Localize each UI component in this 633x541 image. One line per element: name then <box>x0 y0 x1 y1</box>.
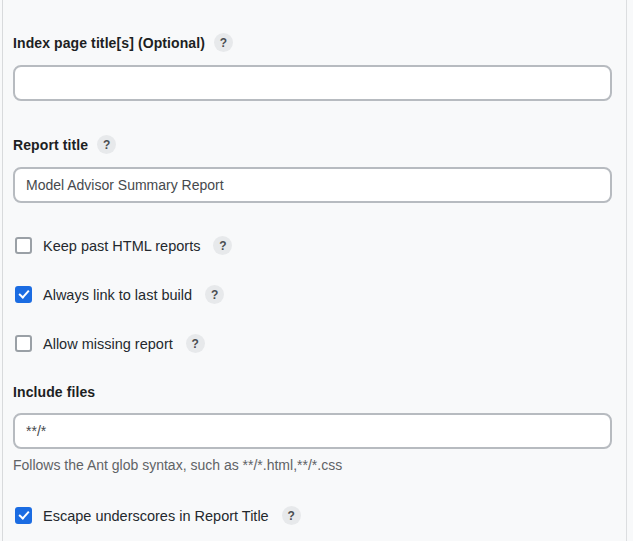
allow-missing-report-checkbox[interactable] <box>15 335 32 352</box>
index-page-titles-label: Index page title[s] (Optional) <box>13 35 205 51</box>
report-title-label-row: Report title ? <box>13 135 612 154</box>
index-page-titles-input[interactable] <box>13 65 612 101</box>
help-icon[interactable]: ? <box>214 33 233 52</box>
always-link-to-last-build-row: Always link to last build ? <box>15 285 612 304</box>
help-icon[interactable]: ? <box>97 135 116 154</box>
escape-underscores-row: Escape underscores in Report Title ? <box>15 506 612 525</box>
keep-past-html-reports-checkbox[interactable] <box>15 237 32 254</box>
keep-past-html-reports-label[interactable]: Keep past HTML reports <box>43 238 200 254</box>
keep-past-html-reports-row: Keep past HTML reports ? <box>15 236 612 255</box>
report-title-input[interactable] <box>13 167 612 203</box>
help-icon[interactable]: ? <box>186 334 205 353</box>
escape-underscores-label[interactable]: Escape underscores in Report Title <box>43 508 269 524</box>
include-files-label-row: Include files <box>13 384 612 400</box>
include-files-input[interactable] <box>13 413 612 449</box>
index-page-titles-label-row: Index page title[s] (Optional) ? <box>13 33 612 52</box>
config-form-panel: Index page title[s] (Optional) ? Report … <box>2 0 627 541</box>
allow-missing-report-row: Allow missing report ? <box>15 334 612 353</box>
help-icon[interactable]: ? <box>205 285 224 304</box>
always-link-to-last-build-label[interactable]: Always link to last build <box>43 287 192 303</box>
escape-underscores-checkbox[interactable] <box>15 507 32 524</box>
include-files-description: Follows the Ant glob syntax, such as **/… <box>13 457 612 473</box>
help-icon[interactable]: ? <box>213 236 232 255</box>
always-link-to-last-build-checkbox[interactable] <box>15 286 32 303</box>
help-icon[interactable]: ? <box>282 506 301 525</box>
report-title-label: Report title <box>13 137 88 153</box>
include-files-label: Include files <box>13 384 95 400</box>
allow-missing-report-label[interactable]: Allow missing report <box>43 336 173 352</box>
